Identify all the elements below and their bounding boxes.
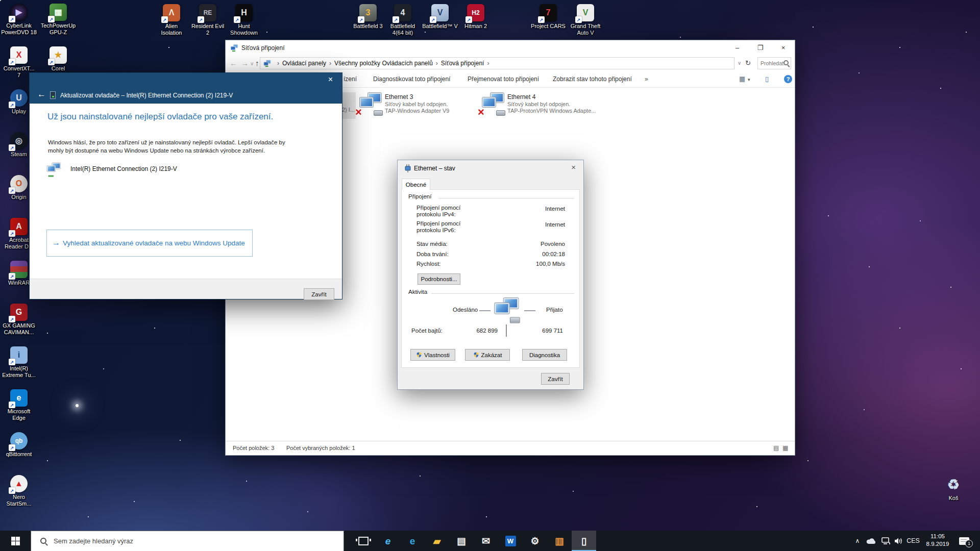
taskbar-app-settings[interactable]: ⚙ <box>523 531 547 551</box>
breadcrumb-item-network-connections[interactable]: Síťová připojení <box>441 60 484 67</box>
activity-group-label: Aktivita <box>408 289 427 295</box>
close-button[interactable]: × <box>772 40 795 55</box>
close-status-dialog-button[interactable]: Zavřít <box>541 373 570 385</box>
group-divider <box>438 198 574 198</box>
clock[interactable]: 11:05 8.9.2019 <box>922 533 953 548</box>
close-icon[interactable]: × <box>324 74 337 85</box>
recent-pages-icon[interactable]: ∨ <box>250 61 254 66</box>
up-icon[interactable]: ↑ <box>255 59 259 67</box>
close-icon[interactable]: × <box>568 162 579 172</box>
breadcrumb[interactable]: ›Ovládací panely›Všechny položky Ovládac… <box>260 57 734 69</box>
start-button[interactable] <box>0 531 31 551</box>
received-label: Přijato <box>546 307 563 313</box>
desktop-icon-hunt-showdown[interactable]: H↗HuntShowdown <box>225 4 263 36</box>
desktop-icon-label: Corel <box>39 65 78 72</box>
toolbar-item-view-status[interactable]: Zobrazit stav tohoto připojení <box>553 76 632 83</box>
alien-isolation-icon: Λ↗ <box>163 4 180 21</box>
action-center-icon[interactable]: 1 <box>955 531 973 551</box>
tray-chevron-icon[interactable]: ∧ <box>851 531 864 551</box>
taskbar-app-task-view[interactable] <box>351 531 376 551</box>
connection-name[interactable]: Ethernet 3 <box>385 93 413 101</box>
desktop-icon-battlefield-4[interactable]: 4↗Battlefield4(64 bit) <box>383 4 422 36</box>
selected-connection-item[interactable] <box>340 92 356 119</box>
refresh-icon[interactable]: ↻ <box>745 59 751 67</box>
network-tray-icon[interactable] <box>879 531 892 551</box>
ethernet-plug-icon <box>404 164 411 172</box>
back-icon[interactable]: ← <box>37 89 46 99</box>
desktop-icon-alien-isolation[interactable]: Λ↗AlienIsolation <box>152 4 191 36</box>
desktop-icon-battlefield-v[interactable]: V↗Battlefield™ V <box>421 4 459 30</box>
row-value: 100,0 Mb/s <box>536 261 565 267</box>
breadcrumb-item-all-items[interactable]: Všechny položky Ovládacích panelů <box>334 60 433 67</box>
desktop-icon-project-cars[interactable]: 7↗Project CARS <box>529 4 568 30</box>
clock-date: 8.9.2019 <box>922 540 953 548</box>
maximize-button[interactable]: ❐ <box>749 40 772 55</box>
dialog-header: × ← Aktualizovat ovladače – Intel(R) Eth… <box>30 73 342 104</box>
close-wizard-button[interactable]: Zavřít <box>304 288 334 300</box>
shortcut-arrow-icon: ↗ <box>430 16 436 23</box>
taskbar-app-file-explorer[interactable]: ▰ <box>425 531 449 551</box>
connection-name[interactable]: Ethernet 4 <box>507 93 535 101</box>
toolbar-item-diagnose[interactable]: Diagnostikovat toto připojení <box>373 76 450 83</box>
taskbar-app-active-window[interactable]: ▯ <box>572 531 596 551</box>
preview-pane-icon[interactable]: ▯ <box>765 75 769 83</box>
desktop-icon-battlefield-3[interactable]: 3↗Battlefield 3 <box>349 4 387 30</box>
desktop-icon-grand-theft-auto-v[interactable]: V↗Grand TheftAuto V <box>566 4 605 36</box>
back-icon[interactable]: ← <box>230 59 237 67</box>
breadcrumb-separator: › <box>326 60 334 67</box>
taskbar-app-microsoft-store[interactable]: ▤ <box>449 531 474 551</box>
connection-status: Síťový kabel byl odpojen. <box>385 101 448 107</box>
toolbar-more-icon[interactable]: » <box>645 76 648 83</box>
shortcut-arrow-icon: ↗ <box>9 102 15 108</box>
taskbar-search-input[interactable]: Sem zadejte hledaný výraz <box>31 531 344 551</box>
onedrive-cloud-icon[interactable] <box>865 531 878 551</box>
row-label: Stav média: <box>416 241 448 247</box>
desktop-icon-corel[interactable]: ★↗Corel <box>39 46 78 72</box>
toolbar-item-rename[interactable]: Přejmenovat toto připojení <box>468 76 539 83</box>
minimize-button[interactable]: – <box>726 40 749 55</box>
volume-icon[interactable] <box>892 531 905 551</box>
taskbar-app-word[interactable]: W <box>498 531 523 551</box>
desktop-icon-microsoft-edge[interactable]: e↗MicrosoftEdge <box>0 389 38 421</box>
sent-label: Odesláno <box>453 307 478 313</box>
desktop-icon-intel-extreme-tuning[interactable]: i↗Intel(R)Extreme Tu... <box>0 346 38 379</box>
selected-connection-fragment[interactable]: 2) I... <box>342 107 355 113</box>
desktop-icon-nero-startsmart[interactable]: ▲↗NeroStartSm... <box>0 475 38 507</box>
ethernet3-icon[interactable]: × <box>359 93 382 114</box>
diagnostics-button[interactable]: Diagnostika <box>522 349 567 361</box>
ethernet4-icon[interactable]: × <box>481 93 505 114</box>
details-view-icon[interactable]: ▤ <box>773 444 779 452</box>
language-indicator[interactable]: CES <box>905 531 921 551</box>
taskbar-app-mail[interactable]: ✉ <box>474 531 498 551</box>
taskbar-app-microsoft-edge[interactable]: e <box>400 531 425 551</box>
thumbnails-view-icon[interactable]: ▦ <box>782 444 788 452</box>
search-windows-update-button[interactable]: → Vyhledat aktualizované ovladače na web… <box>46 230 253 257</box>
view-options-icon[interactable]: ▦ <box>739 75 745 83</box>
details-button[interactable]: Podrobnosti... <box>418 273 460 285</box>
desktop-icon-gx-gaming-caviman[interactable]: G↗GX GAMINGCAVIMAN... <box>0 304 38 336</box>
forward-icon[interactable]: → <box>241 59 249 67</box>
network-connections-icon <box>230 44 238 52</box>
desktop-icon-recycle-bin[interactable]: ♻Koš <box>934 476 973 502</box>
breadcrumb-item-control-panel[interactable]: Ovládací panely <box>282 60 326 67</box>
desktop-icon-hitman-2[interactable]: H2↗Hitman 2 <box>456 4 495 30</box>
taskbar-app-internet-explorer[interactable]: e <box>376 531 400 551</box>
search-input[interactable]: Prohledat:... <box>757 57 791 69</box>
breadcrumb-separator: › <box>274 60 282 67</box>
view-options-caret-icon[interactable]: ▾ <box>748 77 750 82</box>
desktop-icon-qbittorrent[interactable]: qb↗qBittorrent <box>0 432 38 458</box>
tab-general[interactable]: Obecné <box>402 179 430 190</box>
properties-button[interactable]: Vlastnosti <box>410 349 455 361</box>
dialog-heading: Už jsou nainstalované nejlepší ovladače … <box>47 112 273 122</box>
disable-button[interactable]: Zakázat <box>465 349 510 361</box>
desktop-icon-cyberlink-powerdvd[interactable]: ▶↗CyberLinkPowerDVD 18 <box>0 4 38 36</box>
desktop-icon-techpowerup-gpuz[interactable]: ▦↗TechPowerUpGPU-Z <box>39 4 78 36</box>
desktop-icon-resident-evil-2[interactable]: RE↗Resident Evil2 <box>188 4 227 36</box>
help-icon[interactable]: ? <box>784 75 792 83</box>
dialog-title: Aktualizovat ovladače – Intel(R) Etherne… <box>60 92 233 99</box>
toolbar-item-fragment[interactable]: ízení <box>344 76 357 83</box>
taskbar-app-system-app[interactable]: ▥ <box>547 531 572 551</box>
uac-shield-icon <box>416 352 422 358</box>
address-dropdown-icon[interactable]: ∨ <box>738 60 741 66</box>
resident-evil-2-icon: RE↗ <box>199 4 216 21</box>
